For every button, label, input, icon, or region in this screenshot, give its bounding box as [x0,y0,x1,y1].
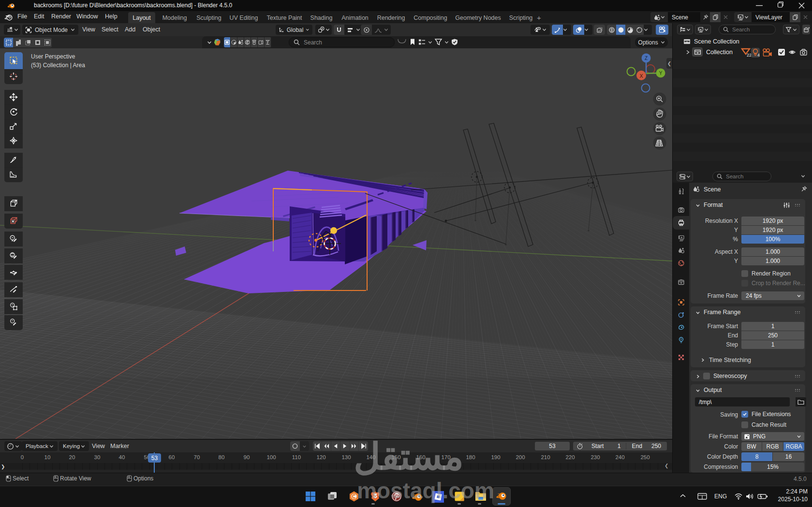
svg-text:4: 4 [757,53,760,58]
svg-text:22: 22 [747,53,752,58]
svg-text:Y: Y [659,71,663,76]
svg-text:X: X [639,73,643,79]
svg-text:Z: Z [645,56,648,61]
